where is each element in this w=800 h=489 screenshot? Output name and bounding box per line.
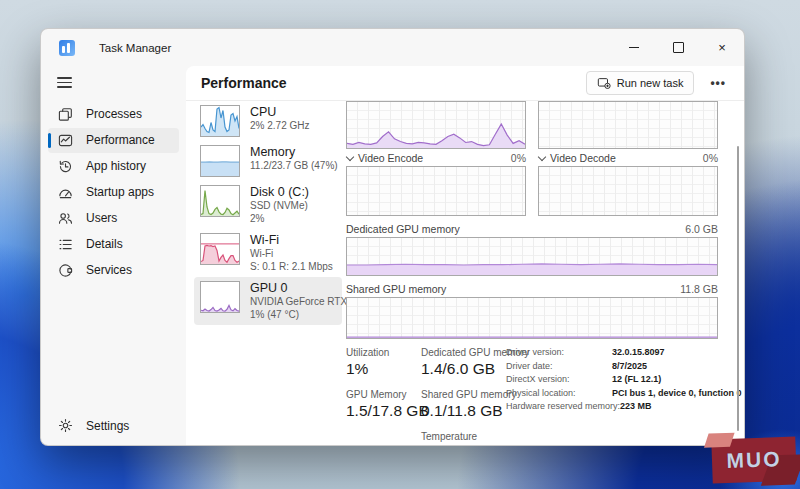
video-decode-value: 0% <box>703 152 718 164</box>
dedicated-memory-max: 6.0 GB <box>685 223 718 235</box>
minimize-button[interactable] <box>612 29 656 66</box>
sidebar-item-label: App history <box>86 159 146 173</box>
sidebar-item-label: Details <box>86 237 123 251</box>
gpu-engine-chart-idle <box>538 101 718 149</box>
disk-mini-chart <box>200 185 240 217</box>
sidebar-item-settings[interactable]: Settings <box>48 413 179 438</box>
gear-icon <box>58 418 73 433</box>
vertical-scrollbar[interactable] <box>737 146 739 431</box>
dedicated-usage-label: Dedicated GPU memory <box>421 347 506 358</box>
sidebar: Processes Performance App history Startu… <box>41 66 186 445</box>
processes-icon <box>58 107 73 122</box>
driver-info-row: Driver version: 32.0.15.8097 <box>506 347 718 357</box>
gpu-engine-chart-active <box>346 101 526 149</box>
utilization-value: 1% <box>346 360 421 378</box>
gpu-stats: Utilization 1% GPU Memory 1.5/17.8 GB De… <box>346 347 718 445</box>
driver-info: Driver version: 32.0.15.8097 Driver date… <box>506 347 718 445</box>
perf-item-disk[interactable]: Disk 0 (C:) SSD (NVMe) 2% <box>194 181 342 229</box>
minimize-icon <box>629 47 639 48</box>
video-encode-selector[interactable]: Video Encode 0% <box>346 152 526 164</box>
video-decode-selector[interactable]: Video Decode 0% <box>538 152 718 164</box>
sidebar-item-users[interactable]: Users <box>48 206 179 231</box>
close-icon: × <box>718 41 726 54</box>
task-manager-app-icon <box>59 40 75 56</box>
sidebar-item-label: Users <box>86 211 117 225</box>
temperature-label: Temperature <box>421 431 506 442</box>
maximize-button[interactable] <box>656 29 700 66</box>
sidebar-item-performance[interactable]: Performance <box>48 128 179 153</box>
sidebar-item-app-history[interactable]: App history <box>48 154 179 179</box>
perf-item-cpu[interactable]: CPU 2% 2.72 GHz <box>194 101 342 141</box>
sidebar-item-services[interactable]: Services <box>48 258 179 283</box>
dedicated-gpu-memory-chart <box>346 237 718 276</box>
run-new-task-icon <box>597 76 611 90</box>
shared-usage-value: 0.1/11.8 GB <box>421 402 506 420</box>
chevron-down-icon <box>346 153 354 161</box>
memory-mini-chart <box>200 145 240 177</box>
sidebar-item-label: Services <box>86 263 132 277</box>
video-encode-chart <box>346 166 526 216</box>
run-new-task-button[interactable]: Run new task <box>586 71 695 95</box>
perf-item-gpu[interactable]: GPU 0 NVIDIA GeForce RTX... 1% (47 °C) <box>194 277 342 325</box>
content-panel: Performance Run new task ••• CPU 2% 2.72… <box>186 66 744 445</box>
cpu-mini-chart <box>200 105 240 137</box>
perf-item-wifi[interactable]: Wi-Fi Wi-Fi S: 0.1 R: 2.1 Mbps <box>194 229 342 277</box>
temperature-value: 47 °C <box>421 444 506 445</box>
services-icon <box>58 263 73 278</box>
shared-gpu-memory-chart <box>346 297 718 339</box>
users-icon <box>58 211 73 226</box>
sidebar-item-label: Startup apps <box>86 185 154 199</box>
titlebar[interactable]: Task Manager × <box>41 29 744 66</box>
sidebar-item-label: Settings <box>86 419 129 433</box>
details-icon <box>58 237 73 252</box>
driver-info-row: Driver date: 8/7/2025 <box>506 361 718 371</box>
dedicated-usage-value: 1.4/6.0 GB <box>421 360 506 378</box>
chevron-down-icon <box>538 153 546 161</box>
utilization-label: Utilization <box>346 347 421 358</box>
close-button[interactable]: × <box>700 29 744 66</box>
driver-info-row: Hardware reserved memory: 223 MB <box>506 401 718 411</box>
sidebar-item-details[interactable]: Details <box>48 232 179 257</box>
driver-info-row: Physical location: PCI bus 1, device 0, … <box>506 388 718 398</box>
window-title: Task Manager <box>99 42 171 54</box>
shared-memory-max: 11.8 GB <box>680 283 718 295</box>
muo-watermark-fold <box>704 433 735 448</box>
sidebar-item-startup-apps[interactable]: Startup apps <box>48 180 179 205</box>
wifi-mini-chart <box>200 233 240 265</box>
sidebar-item-label: Performance <box>86 133 155 147</box>
performance-sidebar-list: CPU 2% 2.72 GHz Memory 11.2/23.7 GB (47%… <box>194 101 342 325</box>
sidebar-item-processes[interactable]: Processes <box>48 102 179 127</box>
startup-apps-icon <box>58 185 73 200</box>
app-history-icon <box>58 159 73 174</box>
page-title: Performance <box>201 75 586 91</box>
sidebar-item-label: Processes <box>86 107 142 121</box>
gpu-detail-pane: Video Encode 0% Video Decode 0% Dedicate… <box>346 101 718 445</box>
gpu-mini-chart <box>200 281 240 313</box>
hamburger-menu-button[interactable] <box>57 74 73 91</box>
muo-watermark: MUO <box>711 437 796 484</box>
driver-info-row: DirectX version: 12 (FL 12.1) <box>506 374 718 384</box>
shared-usage-label: Shared GPU memory <box>421 389 506 400</box>
gpu-memory-value: 1.5/17.8 GB <box>346 402 421 420</box>
maximize-icon <box>673 42 684 53</box>
video-encode-value: 0% <box>511 152 526 164</box>
shared-memory-label: Shared GPU memory <box>346 283 446 295</box>
video-decode-chart <box>538 166 718 216</box>
more-options-button[interactable]: ••• <box>702 72 734 94</box>
performance-icon <box>58 133 73 148</box>
perf-item-memory[interactable]: Memory 11.2/23.7 GB (47%) <box>194 141 342 181</box>
dedicated-memory-label: Dedicated GPU memory <box>346 223 460 235</box>
task-manager-window: Task Manager × Processes Performance App… <box>40 28 745 446</box>
gpu-memory-label: GPU Memory <box>346 389 421 400</box>
